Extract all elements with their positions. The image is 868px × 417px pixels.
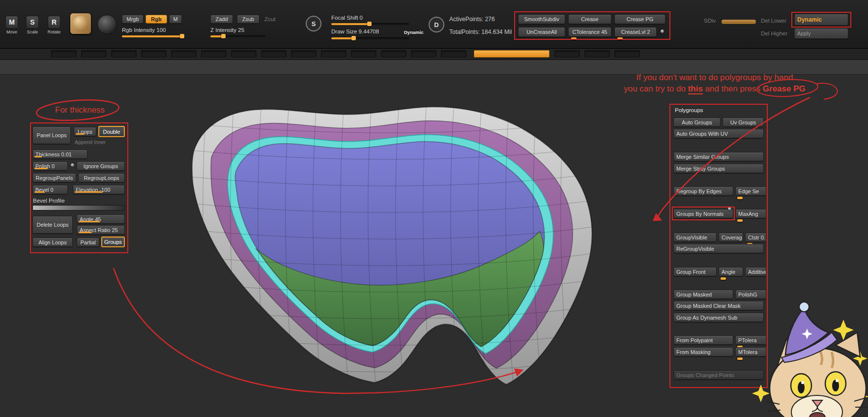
crease-lvl-slider[interactable]: CreaseLvl 2 [614,27,657,37]
scale-tool-button[interactable]: S Scale [24,16,41,34]
aspect-ratio-slider[interactable]: Aspect Ratio 25 [77,225,125,235]
strip-segment[interactable] [554,50,580,58]
del-lower-button[interactable]: Del Lower [761,18,786,24]
groups-by-normals-button[interactable]: Groups By Normals [673,209,733,218]
mtolerance-handle[interactable] [737,357,743,360]
cat-eye [791,374,811,397]
delete-loops-button[interactable]: Delete Loops [32,216,73,234]
dynamic-subdiv-button[interactable]: Dynamic [794,14,848,26]
focal-shift-slider[interactable] [331,23,409,25]
angle-slider[interactable]: Angle 45 [77,214,125,224]
polish-modifier-radio[interactable] [70,163,75,167]
crease-lvl-handle[interactable] [617,37,623,40]
group-front-button[interactable]: Group Front [673,267,717,276]
current-brush-thumbnail[interactable] [70,13,91,34]
strip-segment[interactable] [231,50,257,58]
lazy-stroke-icon[interactable]: S [306,16,321,31]
edge-se-slider[interactable]: Edge Se [735,186,766,196]
polish-slider[interactable]: Polish 0 [32,161,68,171]
group-visible-button[interactable]: GroupVisible [673,233,717,242]
crease-pg-button[interactable]: Crease PG [614,14,665,24]
dynamic-mode-icon[interactable]: D [429,17,444,32]
partial-button[interactable]: Partial [77,238,99,247]
merge-stray-groups-button[interactable]: Merge Stray Groups [673,164,764,173]
strip-segment[interactable] [381,50,406,58]
crease-button[interactable]: Crease [568,14,611,24]
panel-loops-button[interactable]: Panel Loops [32,126,71,144]
rgb-intensity-slider[interactable] [122,35,183,37]
zbrush-window: M Move S Scale R Rotate Mrgb Rgb M Rgb I… [0,0,868,417]
draw-size-slider[interactable] [331,37,409,39]
group-front-angle-slider[interactable]: Angle [719,267,743,276]
smooth-subdiv-button[interactable]: SmoothSubdiv [518,14,565,24]
additive-button[interactable]: Additive [745,267,766,276]
ctolerance-handle[interactable] [571,37,577,40]
coverage-slider[interactable]: Coverag [719,233,743,242]
bevel-slider[interactable]: Bevel 0 [32,185,68,194]
strip-segment[interactable] [261,50,287,58]
group-front-angle-handle[interactable] [721,277,726,280]
strip-segment[interactable] [81,50,107,58]
strip-segment[interactable] [441,50,466,58]
group-masked-clear-mask-button[interactable]: Group Masked Clear Mask [673,301,764,310]
sdiv-slider[interactable] [722,20,756,24]
elevation-slider[interactable]: Elevation -100 [73,185,125,194]
clstr-slider[interactable]: Clstr 0. [745,233,766,242]
polish-groups-slider[interactable]: PolishG [735,290,766,299]
zcut-button[interactable]: Zcut [264,16,275,22]
strip-segment[interactable] [201,50,227,58]
apply-button[interactable]: Apply [794,28,848,39]
arrow-to-model [114,268,522,393]
stroke-type-thumbnail[interactable] [97,15,117,34]
regroup-visible-button[interactable]: ReGroupVisible [673,244,764,253]
strip-segment[interactable] [291,50,317,58]
rgb-button[interactable]: Rgb [145,15,167,24]
rotate-tool-button[interactable]: R Rotate [45,16,63,34]
groups-by-normals-modifier-radio[interactable] [727,207,732,211]
del-higher-button[interactable]: Del Higher [761,30,787,36]
strip-segment[interactable] [614,50,640,58]
strip-segment[interactable] [584,50,610,58]
zadd-button[interactable]: Zadd [210,15,233,24]
double-button[interactable]: Double [98,126,125,137]
loops-slider[interactable]: Loops [74,127,96,136]
m-button[interactable]: M [169,15,182,24]
strip-segment[interactable] [171,50,197,58]
regroup-loops-button[interactable]: RegroupLoops [78,173,125,182]
regroup-by-edges-button[interactable]: Regroup By Edges [673,186,733,196]
strip-segment[interactable] [111,50,137,58]
strip-segment[interactable] [411,50,436,58]
rotate-icon: R [48,16,60,29]
groups-button[interactable]: Groups [101,237,125,247]
mrgb-button[interactable]: Mrgb [122,15,144,24]
strip-segment[interactable] [351,50,376,58]
thickness-slider[interactable]: Thickness 0.01 [32,149,87,159]
max-ang-handle[interactable] [737,219,743,222]
auto-groups-button[interactable]: Auto Groups [673,118,721,127]
group-as-dynamesh-sub-button[interactable]: Group As Dynamesh Sub [673,313,764,322]
align-loops-button[interactable]: Align Loops [32,238,73,247]
strip-segment[interactable] [321,50,347,58]
from-polypaint-button[interactable]: From Polypaint [673,335,733,345]
ctolerance-slider[interactable]: CTolerance 45 [568,27,611,37]
merge-similar-groups-button[interactable]: Merge Similar Groups [673,152,764,161]
max-ang-slider[interactable]: MaxAng [735,209,766,218]
z-intensity-slider[interactable] [210,35,265,37]
from-masking-button[interactable]: From Masking [673,347,733,357]
bevel-profile-curve[interactable] [32,205,125,210]
mtolerance-slider[interactable]: MTolera [735,347,766,357]
wizard-hat-brim [781,332,837,362]
strip-segment[interactable] [141,50,167,58]
group-masked-button[interactable]: Group Masked [673,290,733,299]
strip-segment[interactable] [51,50,77,58]
regroup-panels-button[interactable]: RegroupPanels [32,173,76,182]
edge-se-handle[interactable] [737,197,743,199]
ignore-groups-button[interactable]: Ignore Groups [77,161,125,171]
auto-groups-with-uv-button[interactable]: Auto Groups With UV [673,129,764,138]
zsub-button[interactable]: Zsub [237,15,260,24]
crease-lvl-modifier-radio[interactable] [660,29,665,33]
move-tool-button[interactable]: M Move [3,16,21,34]
ptolerance-slider[interactable]: PTolera [735,335,766,345]
uncrease-all-button[interactable]: UnCreaseAll [518,27,565,37]
uv-groups-button[interactable]: Uv Groups [723,118,764,127]
